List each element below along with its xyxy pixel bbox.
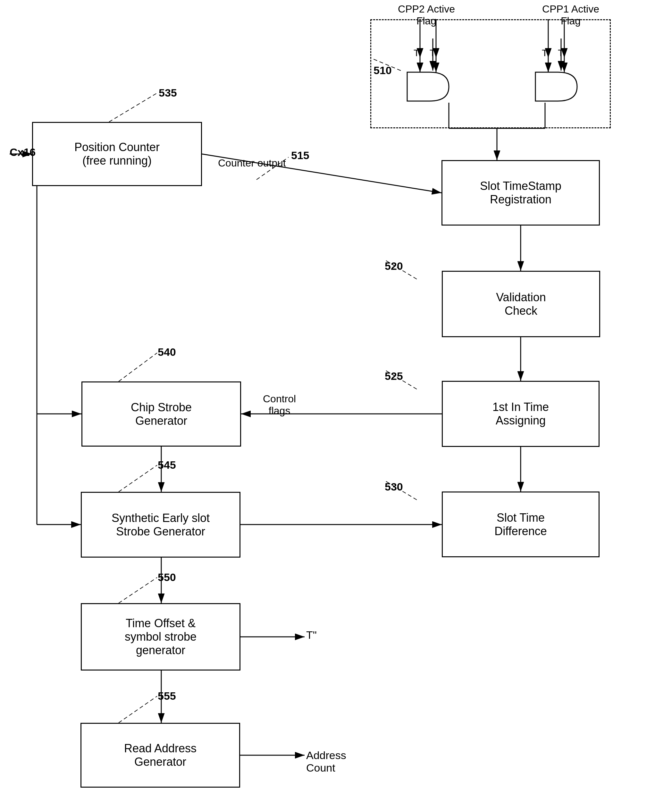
ref530-label: 530 [385, 481, 403, 493]
ref515-label: 515 [291, 149, 309, 162]
ref525-label: 525 [385, 370, 403, 382]
ist-in-time-block: 1st In Time Assigning [442, 381, 600, 447]
address-count-label: Address Count [306, 749, 346, 774]
chip-strobe-label: Chip Strobe Generator [131, 401, 192, 428]
synthetic-early-label: Synthetic Early slot Strobe Generator [112, 512, 210, 538]
ref535-label: 535 [159, 86, 177, 99]
counter-output-label: Counter output [218, 157, 286, 169]
validation-check-block: Validation Check [442, 271, 600, 337]
ref520-label: 520 [385, 260, 403, 273]
slot-timestamp-block: Slot TimeStamp Registration [441, 160, 600, 225]
ref550-label: 550 [158, 571, 176, 584]
slot-timestamp-label: Slot TimeStamp Registration [480, 179, 561, 206]
read-address-label: Read Address Generator [124, 742, 197, 769]
synthetic-early-block: Synthetic Early slot Strobe Generator [81, 492, 240, 558]
control-flags-label: Control flags [263, 393, 296, 417]
t-double-prime-label: T" [306, 629, 317, 641]
validation-check-label: Validation Check [496, 291, 546, 317]
slot-time-diff-label: Slot Time Difference [494, 511, 547, 538]
ist-in-time-label: 1st In Time Assigning [492, 401, 549, 427]
read-address-block: Read Address Generator [80, 723, 240, 787]
svg-line-30 [118, 353, 157, 381]
slot-time-diff-block: Slot Time Difference [442, 492, 600, 557]
time-offset-block: Time Offset & symbol strobe generator [81, 603, 240, 670]
cx16-label: Cx16 [9, 146, 35, 159]
svg-line-33 [118, 696, 157, 723]
time-offset-label: Time Offset & symbol strobe generator [125, 616, 197, 657]
position-counter-block: Position Counter (free running) [32, 122, 202, 186]
svg-line-31 [118, 465, 157, 492]
svg-line-24 [109, 93, 157, 122]
ref545-label: 545 [158, 459, 176, 471]
ref510-label: 510 [374, 64, 392, 77]
svg-line-32 [118, 578, 157, 603]
chip-strobe-block: Chip Strobe Generator [81, 381, 241, 447]
ref555-label: 555 [158, 690, 176, 702]
dashed-box [370, 19, 611, 128]
position-counter-label: Position Counter (free running) [74, 140, 160, 168]
diagram-container: CPP2 Active Flag CPP1 Active Flag T T T … [0, 0, 655, 812]
ref540-label: 540 [158, 346, 176, 358]
